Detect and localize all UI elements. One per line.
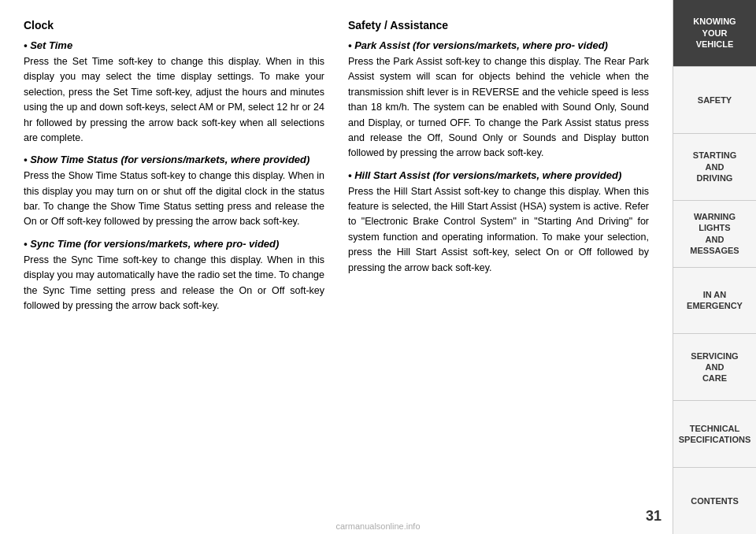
- sidebar: KNOWINGYOURVEHICLE SAFETY STARTINGANDDRI…: [673, 0, 756, 534]
- left-body-2: Press the Show Time Status soft-key to c…: [24, 169, 324, 230]
- left-section-3: • Sync Time (for versions/markets, where…: [24, 238, 324, 314]
- sidebar-item-starting[interactable]: STARTINGANDDRIVING: [673, 134, 756, 201]
- right-sub-title-2: • Hill Start Assist (for versions/market…: [348, 169, 649, 181]
- left-body-3: Press the Sync Time soft-key to change t…: [24, 253, 324, 314]
- sidebar-item-safety[interactable]: SAFETY: [673, 67, 756, 134]
- main-content: Clock • Set Time Press the Set Time soft…: [0, 0, 673, 534]
- right-body-2: Press the Hill Start Assist soft-key to …: [348, 184, 649, 276]
- left-section-2: • Show Time Status (for versions/markets…: [24, 154, 324, 230]
- sidebar-item-contents[interactable]: CONTENTS: [673, 468, 756, 534]
- right-section-2: • Hill Start Assist (for versions/market…: [348, 169, 649, 276]
- left-column: Clock • Set Time Press the Set Time soft…: [24, 19, 324, 515]
- page-number: 31: [646, 508, 662, 525]
- sidebar-item-technical[interactable]: TECHNICALSPECIFICATIONS: [673, 401, 756, 468]
- left-sub-title-2: • Show Time Status (for versions/markets…: [24, 154, 324, 165]
- watermark: carmanualsonline.info: [335, 521, 420, 531]
- left-section-1: • Set Time Press the Set Time soft-key t…: [24, 39, 324, 146]
- right-section-title: Safety / Assistance: [348, 19, 649, 32]
- right-section-1: • Park Assist (for versions/markets, whe…: [348, 39, 649, 161]
- sidebar-item-servicing[interactable]: SERVICINGANDCARE: [673, 334, 756, 401]
- sidebar-item-knowing[interactable]: KNOWINGYOURVEHICLE: [673, 0, 756, 67]
- sidebar-item-warning[interactable]: WARNINGLIGHTSANDMESSAGES: [673, 201, 756, 268]
- right-column: Safety / Assistance • Park Assist (for v…: [348, 19, 649, 515]
- right-body-1: Press the Park Assist soft-key to change…: [348, 54, 649, 161]
- left-section-title: Clock: [24, 19, 324, 32]
- sidebar-item-emergency[interactable]: IN ANEMERGENCY: [673, 268, 756, 335]
- left-sub-title-3: • Sync Time (for versions/markets, where…: [24, 238, 324, 250]
- left-body-1: Press the Set Time soft-key to change th…: [24, 54, 324, 146]
- right-sub-title-1: • Park Assist (for versions/markets, whe…: [348, 39, 649, 51]
- left-sub-title-1: • Set Time: [24, 39, 324, 51]
